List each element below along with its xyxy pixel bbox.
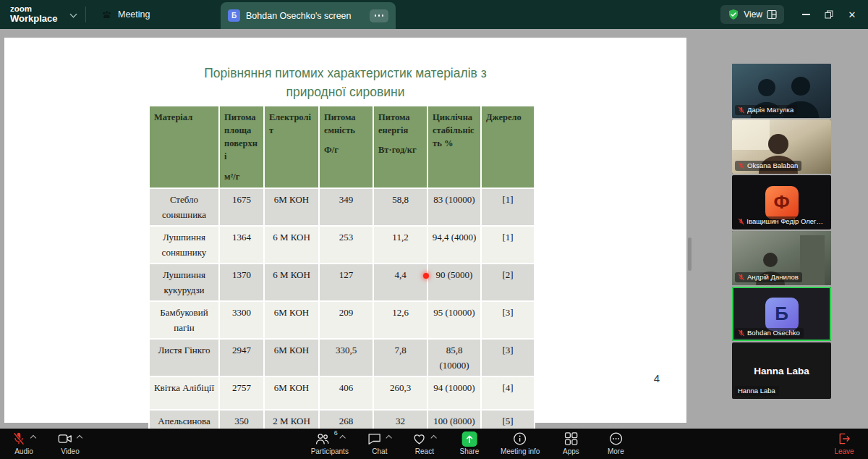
cell-capacitance: 127 [319, 264, 373, 301]
apps-grid-icon [563, 431, 579, 447]
cell-source: [3] [481, 301, 535, 339]
leave-button[interactable]: Leave [830, 431, 858, 455]
table-row: Бамбуковий пагін 3300 6М КОН 209 12,6 95… [149, 301, 535, 339]
apps-button[interactable]: Apps [557, 431, 584, 455]
more-ellipsis-icon [608, 431, 624, 447]
close-button[interactable]: ✕ [841, 0, 864, 29]
participants-panel: Дарія Матулка Oksana Balaban Ф [732, 64, 831, 400]
cell-energy: 4,4 [373, 264, 427, 301]
cell-electrolyte: 6М КОН [264, 376, 319, 410]
cell-source: [1] [481, 188, 535, 226]
cell-source: [1] [481, 226, 535, 264]
chevron-up-icon[interactable] [77, 435, 82, 441]
view-label: View [744, 9, 762, 20]
table-row: Квітка Алібіції 2757 6М КОН 406 260,3 94… [149, 376, 535, 410]
participant-display-name: Hanna Laba [754, 366, 809, 376]
participants-icon [315, 431, 331, 447]
view-button[interactable]: View [720, 5, 784, 24]
tab-shared-screen[interactable]: Б Bohdan Osechko's screen [221, 2, 396, 29]
participant-tile-1[interactable]: Дарія Матулка [732, 64, 831, 118]
cell-energy: 7,8 [373, 339, 427, 376]
cell-energy: 260,3 [373, 376, 427, 410]
camera-icon [57, 431, 73, 447]
react-button[interactable]: React [411, 431, 438, 455]
table-row: Листя Гінкго 2947 6М КОН 330,5 7,8 85,8 … [149, 339, 535, 376]
participants-button[interactable]: 6 Participants [311, 431, 349, 455]
column-header-energy: Питома енергіяВт·год/кг [373, 106, 427, 188]
cell-material: Лушпиння кукурудзи [149, 264, 219, 301]
participant-name-label: Андрій Данилов [735, 272, 802, 283]
participant-name-label: Іващишин Федір Олегов... [735, 216, 827, 227]
cell-capacitance: 349 [319, 188, 373, 226]
presentation-slide: Порівняння питомих характеристик матеріа… [4, 38, 686, 423]
participant-tile-6[interactable]: Hanna Laba Hanna Laba [732, 342, 831, 399]
chevron-down-icon[interactable] [70, 11, 77, 18]
participant-name-label: Hanna Laba [735, 386, 779, 397]
divider [85, 7, 86, 22]
participant-tile-4[interactable]: Андрій Данилов [732, 231, 831, 285]
chevron-up-icon[interactable] [431, 435, 437, 441]
cell-source: [3] [481, 339, 535, 376]
leave-icon [836, 431, 852, 447]
cell-stability: 94,4 (4000) [427, 226, 481, 264]
minimize-button[interactable] [794, 0, 817, 29]
scrollbar-thumb[interactable] [688, 237, 692, 271]
participant-avatar-icon: Б [228, 9, 240, 22]
zoom-workplace-logo: zoom Workplace [10, 4, 58, 25]
cell-area: 1675 [219, 188, 264, 226]
table-row: Лушпиння соняшнику 1364 6 М КОН 253 11,2… [149, 226, 535, 264]
cell-stability: 85,8 (10000) [427, 339, 481, 376]
cell-area: 2947 [219, 339, 264, 376]
audio-button[interactable]: Audio [10, 431, 38, 455]
mic-muted-icon [738, 162, 745, 169]
meeting-info-button[interactable]: Meeting info [501, 431, 540, 455]
tab-options-ellipsis-icon[interactable] [370, 9, 388, 22]
chevron-up-icon[interactable] [340, 435, 346, 441]
cell-stability: 94 (10000) [427, 376, 481, 410]
maximize-button[interactable] [817, 0, 841, 29]
mic-muted-icon [11, 431, 27, 447]
chat-button[interactable]: Chat [366, 431, 393, 455]
participant-tile-2[interactable]: Oksana Balaban [732, 119, 831, 174]
tab-meeting[interactable]: Meeting [91, 0, 160, 29]
column-header-capacitance: Питома ємністьФ/г [319, 106, 373, 188]
participant-tile-3[interactable]: Ф Іващишин Федір Олегов... [732, 175, 831, 230]
cell-stability: 83 (10000) [427, 188, 481, 226]
video-button[interactable]: Video [56, 431, 84, 455]
cell-source: [4] [481, 376, 535, 410]
cell-electrolyte: 6М КОН [264, 339, 319, 376]
tab-label: Meeting [118, 9, 150, 20]
mic-muted-icon [738, 218, 744, 225]
restore-icon [825, 10, 833, 19]
mic-muted-icon [738, 274, 745, 281]
cell-electrolyte: 6М КОН [264, 301, 319, 339]
laser-pointer-dot [423, 273, 429, 279]
cell-energy: 11,2 [373, 226, 427, 264]
cell-capacitance: 209 [319, 301, 373, 339]
participant-name-label: Bohdan Osechko [735, 328, 804, 339]
participant-name-label: Oksana Balaban [735, 161, 801, 172]
materials-table: Матеріал Питома площа поверхнім²/г Елект… [148, 105, 535, 448]
cell-electrolyte: 6 М КОН [264, 264, 319, 301]
security-shield-icon [728, 9, 739, 20]
table-header-row: Матеріал Питома площа поверхнім²/г Елект… [149, 106, 535, 188]
slide-title: Порівняння питомих характеристик матеріа… [4, 64, 686, 101]
cell-capacitance: 253 [319, 226, 373, 264]
participant-tile-5-active-speaker[interactable]: Б Bohdan Osechko [732, 287, 831, 341]
share-button[interactable]: Share [456, 431, 483, 455]
cell-stability: 95 (10000) [427, 301, 481, 339]
minimize-icon [802, 14, 810, 15]
meeting-toolbar: Audio Video 6 [0, 429, 868, 459]
workplace-text: Workplace [10, 14, 58, 25]
cell-material: Квітка Алібіції [149, 376, 219, 410]
cell-capacitance: 330,5 [319, 339, 373, 376]
cell-material: Бамбуковий пагін [149, 301, 219, 339]
chevron-up-icon[interactable] [386, 435, 392, 441]
table-row: Стебло соняшника 1675 6М КОН 349 58,8 83… [149, 188, 535, 226]
chevron-up-icon[interactable] [30, 435, 36, 441]
cell-stability: 90 (5000) [427, 264, 481, 301]
avatar: Б [765, 298, 799, 331]
close-icon: ✕ [848, 9, 856, 20]
cell-energy: 12,6 [373, 301, 427, 339]
more-button[interactable]: More [602, 431, 629, 455]
